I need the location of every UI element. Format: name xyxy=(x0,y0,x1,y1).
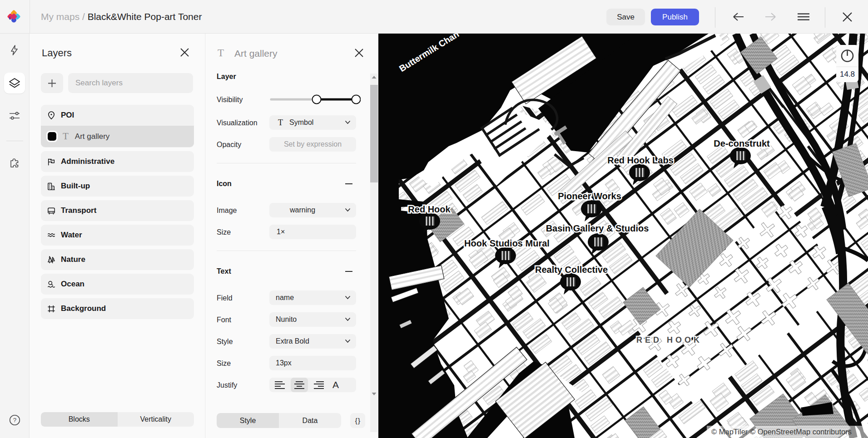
svg-text:Basin Gallery & Studios: Basin Gallery & Studios xyxy=(546,223,649,233)
svg-text:Pioneer Works: Pioneer Works xyxy=(558,191,621,201)
svg-text:De-construkt: De-construkt xyxy=(714,138,770,148)
svg-text:© MapTiler © OpenStreetMap con: © MapTiler © OpenStreetMap contributors xyxy=(711,428,852,436)
svg-text:RED HOOK: RED HOOK xyxy=(636,335,702,344)
svg-text:Hook Studios Mural: Hook Studios Mural xyxy=(464,238,550,248)
svg-text:Red Hook Labs: Red Hook Labs xyxy=(607,155,674,165)
svg-text:14.8: 14.8 xyxy=(840,70,855,79)
svg-text:Red Hook: Red Hook xyxy=(408,204,451,214)
svg-text:Realty Collective: Realty Collective xyxy=(535,265,608,275)
svg-text:?: ? xyxy=(13,417,16,423)
